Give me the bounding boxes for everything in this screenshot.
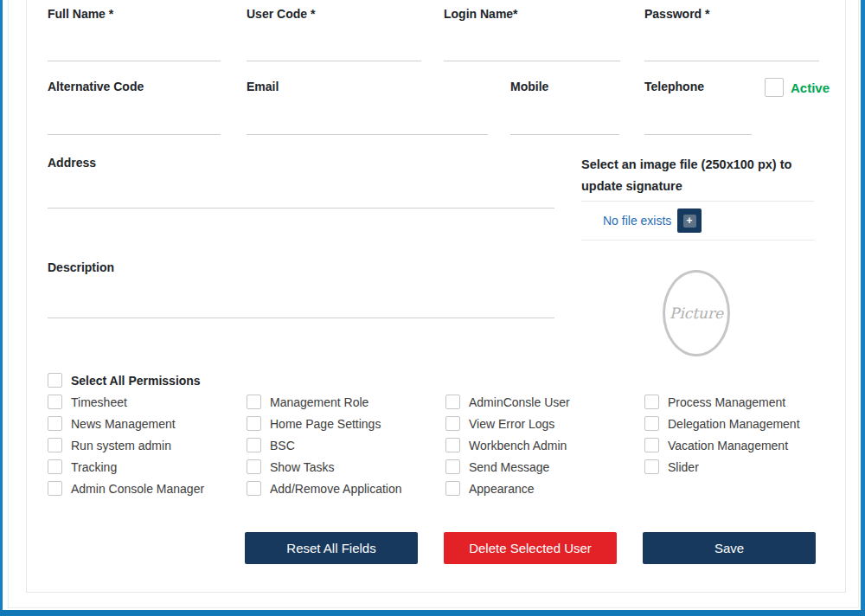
- permission-label: View Error Logs: [469, 417, 554, 431]
- permission-label: Appearance: [469, 482, 535, 496]
- telephone-input[interactable]: [644, 105, 752, 135]
- permission-item: Show Tasks: [247, 459, 402, 474]
- permission-item: BSC: [247, 438, 402, 452]
- permission-checkbox-slider[interactable]: [644, 459, 659, 474]
- signature-file-status: No file exists: [603, 202, 671, 240]
- password-label: Password *: [644, 7, 709, 21]
- full-name-label: Full Name *: [48, 7, 113, 21]
- save-button[interactable]: Save: [643, 532, 816, 564]
- permission-label: Slider: [668, 460, 699, 474]
- permission-label: Management Role: [270, 395, 368, 409]
- permission-label: Add/Remove Application: [270, 482, 402, 496]
- picture-placeholder-label: Picture: [670, 305, 723, 322]
- permission-checkbox-bsc[interactable]: [247, 438, 261, 452]
- permission-label: Vacation Management: [668, 439, 788, 452]
- permission-label: Admin Console Manager: [71, 482, 204, 496]
- user-code-input[interactable]: [247, 31, 421, 61]
- permission-checkbox-vacation-management[interactable]: [644, 438, 659, 452]
- permission-checkbox-timesheet[interactable]: [48, 395, 62, 409]
- permission-item: Process Management: [644, 395, 800, 409]
- plus-icon: +: [683, 215, 696, 228]
- user-code-label: User Code *: [247, 7, 315, 21]
- permission-checkbox-show-tasks[interactable]: [247, 459, 261, 474]
- permission-item: Vacation Management: [644, 438, 800, 452]
- email-input[interactable]: [247, 105, 488, 135]
- picture-placeholder[interactable]: Picture: [663, 270, 730, 356]
- permission-checkbox-news-management[interactable]: [48, 416, 62, 431]
- permission-checkbox-delegation-management[interactable]: [644, 416, 659, 431]
- active-toggle: Active: [765, 78, 830, 97]
- permission-label: Timesheet: [71, 395, 127, 409]
- permission-label: Send Message: [469, 460, 549, 474]
- permission-item: Add/Remove Application: [247, 481, 402, 496]
- permission-item: Slider: [644, 459, 800, 474]
- permission-label: Process Management: [668, 395, 785, 409]
- permission-checkbox-management-role[interactable]: [247, 395, 261, 409]
- page-frame-right: [861, 0, 865, 616]
- alternative-code-input[interactable]: [48, 105, 221, 135]
- permission-item: Admin Console Manager: [48, 481, 204, 496]
- permission-checkbox-add-remove-application[interactable]: [247, 481, 261, 496]
- permission-item: Timesheet: [48, 395, 204, 409]
- permission-checkbox-run-system-admin[interactable]: [48, 438, 62, 452]
- mobile-input[interactable]: [510, 105, 619, 135]
- address-label: Address: [48, 156, 96, 170]
- password-input[interactable]: [644, 31, 819, 61]
- login-name-label: Login Name*: [444, 7, 518, 21]
- active-checkbox[interactable]: [765, 78, 784, 97]
- signature-instruction: Select an image file (250x100 px) to upd…: [581, 154, 820, 197]
- permission-label: Workbench Admin: [469, 439, 567, 452]
- address-input[interactable]: [48, 173, 554, 209]
- permissions-column-1: Timesheet News Management Run system adm…: [48, 395, 204, 503]
- alternative-code-label: Alternative Code: [48, 80, 144, 93]
- reset-all-fields-button[interactable]: Reset All Fields: [245, 532, 418, 564]
- permission-checkbox-process-management[interactable]: [644, 395, 659, 409]
- permission-label: BSC: [270, 439, 295, 452]
- delete-selected-user-button[interactable]: Delete Selected User: [444, 532, 617, 564]
- select-all-permissions: Select All Permissions: [48, 373, 201, 388]
- login-name-input[interactable]: [444, 31, 620, 61]
- permissions-column-3: AdminConsle User View Error Logs Workben…: [445, 395, 570, 503]
- permission-item: View Error Logs: [445, 416, 570, 431]
- description-input[interactable]: [48, 283, 554, 318]
- permission-label: Delegation Management: [668, 417, 800, 431]
- permission-checkbox-send-message[interactable]: [445, 459, 460, 474]
- permission-label: Show Tasks: [270, 460, 334, 474]
- permission-item: Workbench Admin: [445, 438, 570, 452]
- upload-signature-button[interactable]: +: [677, 209, 702, 233]
- permission-item: Home Page Settings: [247, 416, 402, 431]
- signature-file-row: No file exists +: [581, 201, 814, 241]
- permission-checkbox-view-error-logs[interactable]: [445, 416, 460, 431]
- select-all-checkbox[interactable]: [48, 373, 62, 388]
- full-name-input[interactable]: [48, 31, 221, 61]
- permission-label: Home Page Settings: [270, 417, 381, 431]
- permission-checkbox-adminconsle-user[interactable]: [445, 395, 460, 409]
- telephone-label: Telephone: [644, 80, 704, 93]
- permission-checkbox-appearance[interactable]: [445, 481, 460, 496]
- permission-checkbox-admin-console-manager[interactable]: [48, 481, 62, 496]
- permission-item: Management Role: [247, 395, 402, 409]
- user-form-page: Full Name * User Code * Login Name* Pass…: [0, 0, 865, 616]
- permission-item: Tracking: [48, 459, 204, 474]
- select-all-label: Select All Permissions: [71, 374, 201, 388]
- permission-label: AdminConsle User: [469, 395, 570, 409]
- page-frame-left: [0, 0, 3, 616]
- permission-checkbox-tracking[interactable]: [48, 459, 62, 474]
- permission-item: Appearance: [445, 481, 570, 496]
- permission-item: Run system admin: [48, 438, 204, 452]
- permission-checkbox-home-page-settings[interactable]: [247, 416, 261, 431]
- email-label: Email: [247, 80, 279, 93]
- permission-item: AdminConsle User: [445, 395, 570, 409]
- permission-item: Send Message: [445, 459, 570, 474]
- permission-label: Tracking: [71, 460, 117, 474]
- page-frame-bottom: [0, 610, 865, 616]
- description-label: Description: [48, 260, 114, 274]
- permissions-column-4: Process Management Delegation Management…: [644, 395, 800, 481]
- permissions-column-2: Management Role Home Page Settings BSC S…: [247, 395, 402, 503]
- mobile-label: Mobile: [510, 80, 548, 93]
- permission-checkbox-workbench-admin[interactable]: [445, 438, 460, 452]
- permission-item: Delegation Management: [644, 416, 800, 431]
- permission-label: Run system admin: [71, 439, 171, 452]
- permission-item: News Management: [48, 416, 204, 431]
- permission-label: News Management: [71, 417, 176, 431]
